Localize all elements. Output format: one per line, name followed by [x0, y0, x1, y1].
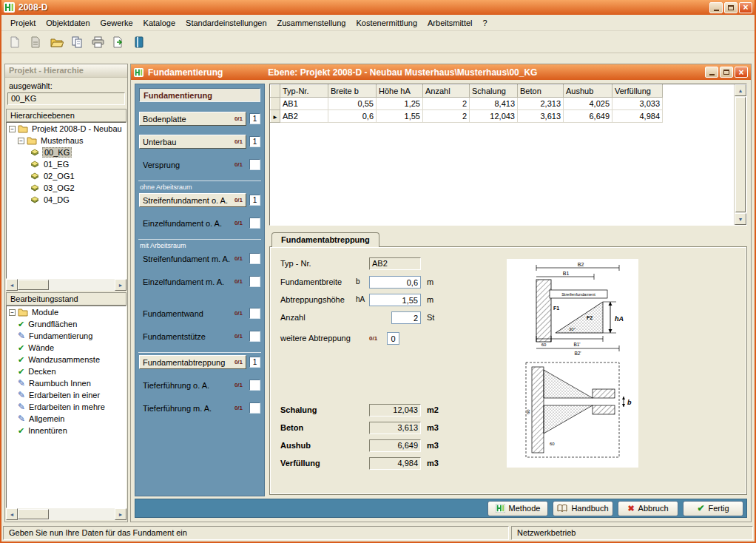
versprung-count-box[interactable] [249, 159, 260, 170]
levels-header[interactable]: Hierarchieebenen [6, 109, 126, 122]
unterbau-count-box[interactable]: 1 [249, 136, 260, 147]
collapse-icon[interactable] [9, 309, 16, 316]
menu-projekt[interactable]: Projekt [5, 16, 41, 30]
scroll-right-icon[interactable] [115, 508, 126, 520]
streifenfundament-oa-count-box[interactable]: 1 [249, 195, 260, 206]
bodenplatte-button[interactable]: Bodenplatte 0/1 [139, 112, 246, 126]
cell[interactable]: 3,033 [612, 98, 663, 110]
module-row[interactable]: Wandzusammenste [7, 354, 126, 365]
module-label[interactable]: Grundflächen [27, 320, 78, 328]
tree-row-musterhaus[interactable]: Musterhaus [7, 135, 126, 146]
fundamentwand-count-box[interactable] [249, 308, 260, 319]
hoehe-input[interactable] [369, 294, 421, 306]
tieferfuehrung-ma-button[interactable]: Tieferführung m. A. 0/1 [139, 401, 246, 415]
modules-hscrollbar[interactable] [6, 508, 126, 520]
module-label[interactable]: Raumbuch Innen [27, 379, 92, 388]
cell[interactable]: AB2 [280, 110, 328, 123]
grid-row-ab2-selected[interactable]: AB2 0,6 1,55 2 12,043 3,613 6,649 4,984 [271, 110, 663, 123]
tree-label[interactable]: Module [30, 308, 60, 317]
streifenfundament-ma-count-box[interactable] [249, 253, 260, 264]
scroll-thumb[interactable] [735, 97, 746, 212]
streifenfundament-ma-button[interactable]: Streifenfundament m. A. 0/1 [139, 252, 246, 266]
einzelfundament-oa-button[interactable]: Einzelfundament o. A. 0/1 [139, 216, 246, 230]
module-row[interactable]: Wände [7, 342, 126, 354]
tree-row-floor[interactable]: 02_OG1 [7, 170, 126, 182]
handbuch-button[interactable]: Handbuch [553, 501, 613, 516]
tree-row-floor[interactable]: 04_DG [7, 194, 126, 206]
tree-row-floor[interactable]: 03_OG2 [7, 182, 126, 194]
menu-objektdaten[interactable]: Objektdaten [41, 16, 95, 30]
module-row[interactable]: Grundflächen [7, 318, 126, 330]
abbruch-button[interactable]: Abbruch [618, 501, 678, 516]
col-typ-nr[interactable]: Typ-Nr. [280, 85, 328, 98]
tree-label[interactable]: Musterhaus [39, 136, 84, 145]
menu-standardeinstellungen[interactable]: Standardeinstellungen [180, 16, 271, 30]
bodenplatte-count-box[interactable]: 1 [249, 113, 260, 124]
menu-kostenermittlung[interactable]: Kostenermittlung [351, 16, 422, 30]
mdi-maximize-button[interactable] [720, 67, 733, 78]
cell[interactable]: 1,55 [377, 110, 423, 123]
hierarchy-hscrollbar[interactable] [6, 279, 126, 291]
module-row[interactable]: Innentüren [7, 425, 126, 436]
scroll-track[interactable] [49, 279, 115, 291]
cell[interactable]: 2 [423, 110, 470, 123]
module-row[interactable]: Fundamentierung [7, 330, 126, 342]
tree-row-module-root[interactable]: Module [7, 306, 126, 318]
tieferfuehrung-oa-count-box[interactable] [249, 380, 260, 391]
col-hoehe[interactable]: Höhe hA [377, 85, 423, 98]
fundamentstuetze-count-box[interactable] [249, 331, 260, 342]
scroll-thumb[interactable] [18, 280, 49, 290]
col-beton[interactable]: Beton [518, 85, 564, 98]
cell[interactable]: 4,025 [564, 98, 612, 110]
cell[interactable]: 1,25 [377, 98, 423, 110]
module-label[interactable]: Fundamentierung [27, 331, 94, 340]
module-row[interactable]: Allgemein [7, 413, 126, 425]
open-document-icon[interactable] [26, 33, 45, 52]
cell[interactable]: 2 [423, 98, 470, 110]
minimize-button[interactable] [709, 2, 723, 13]
fundamentabtreppung-count-box[interactable]: 1 [249, 357, 260, 368]
tree-label[interactable]: 02_OG1 [42, 172, 76, 181]
menu-kataloge[interactable]: Kataloge [138, 16, 180, 30]
maximize-button[interactable] [724, 2, 738, 13]
collapse-icon[interactable] [9, 126, 16, 132]
cell[interactable]: 6,649 [564, 110, 612, 123]
col-schalung[interactable]: Schalung [470, 85, 518, 98]
module-label[interactable]: Innentüren [27, 426, 69, 435]
cell[interactable]: 8,413 [470, 98, 518, 110]
module-label[interactable]: Wände [27, 343, 55, 352]
module-label[interactable]: Erdarbeiten in einer [27, 391, 101, 399]
tieferfuehrung-ma-count-box[interactable] [249, 402, 260, 414]
tieferfuehrung-oa-button[interactable]: Tieferführung o. A. 0/1 [139, 378, 246, 392]
module-label[interactable]: Erdarbeiten in mehre [27, 402, 107, 411]
open-folder-icon[interactable] [47, 33, 66, 52]
einzelfundament-oa-count-box[interactable] [249, 217, 260, 229]
col-breite[interactable]: Breite b [328, 85, 377, 98]
module-row[interactable]: Decken [7, 365, 126, 377]
module-label[interactable]: Wandzusammenste [27, 355, 101, 364]
cell[interactable]: 2,313 [518, 98, 564, 110]
col-verfuellung[interactable]: Verfüllung [612, 85, 663, 98]
einzelfundament-ma-count-box[interactable] [249, 276, 260, 287]
cell[interactable]: 0,6 [328, 110, 377, 123]
module-row[interactable]: Erdarbeiten in mehre [7, 401, 126, 413]
tree-label[interactable]: 03_OG2 [42, 183, 76, 192]
module-row[interactable]: Erdarbeiten in einer [7, 389, 126, 401]
scroll-left-icon[interactable] [6, 508, 18, 520]
fundamentabtreppung-button[interactable]: Fundamentabtreppung 0/1 [139, 355, 246, 369]
cell[interactable]: 3,613 [518, 110, 564, 123]
menu-gewerke[interactable]: Gewerke [95, 16, 138, 30]
module-label[interactable]: Decken [27, 367, 57, 376]
menu-arbeitsmittel[interactable]: Arbeitsmittel [422, 16, 478, 30]
tree-row-floor[interactable]: 00_KG [7, 146, 126, 158]
tree-row-project[interactable]: Projekt 2008-D - Neubau [7, 123, 126, 135]
col-anzahl[interactable]: Anzahl [423, 85, 470, 98]
fertig-button[interactable]: Fertig [683, 501, 743, 516]
scroll-track[interactable] [49, 508, 115, 520]
mdi-minimize-button[interactable] [705, 67, 718, 78]
scroll-right-icon[interactable] [115, 279, 126, 291]
status-header[interactable]: Bearbeitungsstand [6, 292, 126, 306]
new-document-icon[interactable] [5, 33, 24, 52]
tree-label[interactable]: Projekt 2008-D - Neubau [30, 124, 124, 133]
print-icon[interactable] [88, 33, 107, 52]
